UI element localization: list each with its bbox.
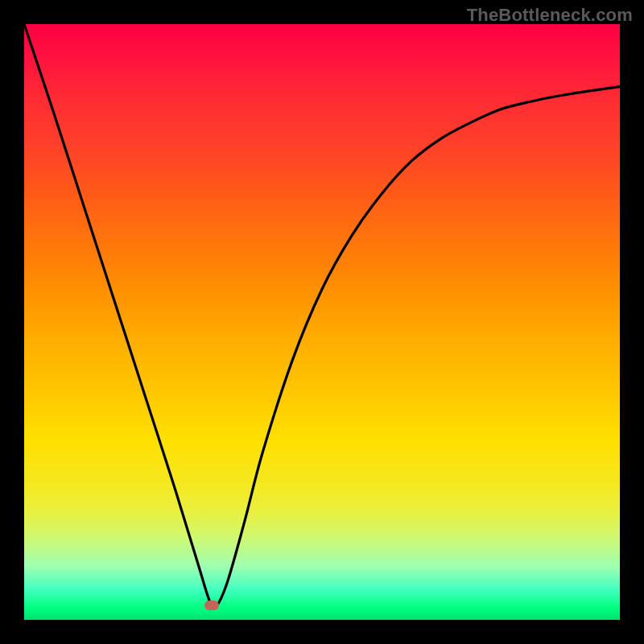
plot-area <box>24 24 620 620</box>
curve-svg <box>24 24 620 620</box>
bottleneck-curve <box>24 24 620 609</box>
watermark-text: TheBottleneck.com <box>467 5 633 26</box>
optimum-marker <box>204 601 219 610</box>
chart-container: TheBottleneck.com <box>0 0 644 644</box>
